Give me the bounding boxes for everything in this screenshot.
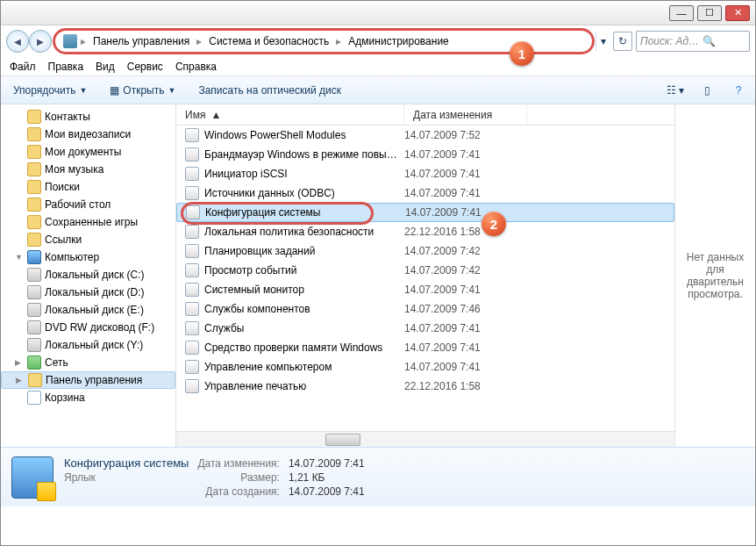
file-icon [185, 321, 199, 335]
file-row[interactable]: Инициатор iSCSI14.07.2009 7:41 [176, 164, 674, 183]
file-row[interactable]: Windows PowerShell Modules14.07.2009 7:5… [176, 126, 674, 145]
open-button[interactable]: ▦ Открыть ▼ [104, 82, 181, 99]
menu-view[interactable]: Вид [96, 61, 115, 73]
address-dropdown[interactable]: ▾ [596, 32, 610, 51]
help-button[interactable]: ? [729, 81, 748, 100]
file-name: Конфигурация системы [205, 206, 320, 219]
file-row[interactable]: Конфигурация системы14.07.2009 7:41 [176, 203, 674, 222]
file-row[interactable]: Источники данных (ODBC)14.07.2009 7:41 [176, 183, 674, 203]
column-name[interactable]: Имя ▲ [176, 104, 404, 125]
location-icon [63, 34, 77, 48]
details-icon [11, 456, 53, 499]
sidebar-item-label: Локальный диск (E:) [45, 304, 144, 316]
file-row[interactable]: Брандмауэр Windows в режиме повы…14.07.2… [176, 145, 674, 164]
sidebar-item[interactable]: Локальный диск (E:) [1, 301, 175, 319]
breadcrumb-sep: ▸ [334, 35, 343, 47]
details-type: Ярлык [64, 471, 189, 484]
file-date: 22.12.2016 1:58 [404, 380, 527, 392]
forward-button[interactable]: ► [29, 30, 52, 53]
sidebar-item[interactable]: Локальный диск (D:) [1, 284, 175, 301]
file-icon [185, 147, 199, 162]
file-row[interactable]: Просмотр событий14.07.2009 7:42 [176, 261, 674, 280]
view-mode-button[interactable]: ☷ ▾ [666, 81, 685, 100]
file-icon [185, 263, 199, 277]
folder-icon [27, 285, 41, 299]
back-button[interactable]: ◄ [6, 30, 29, 53]
folder-icon [27, 338, 41, 352]
file-row[interactable]: Системный монитор14.07.2009 7:41 [176, 280, 674, 299]
sidebar-item[interactable]: Локальный диск (Y:) [1, 336, 175, 354]
menu-file[interactable]: Файл [10, 61, 36, 73]
titlebar: — ☐ ✕ [1, 1, 755, 25]
close-button[interactable]: ✕ [725, 5, 750, 21]
file-icon [185, 244, 199, 258]
file-name: Управление компьютером [204, 361, 332, 373]
sort-asc-icon: ▲ [210, 109, 221, 121]
sidebar-item[interactable]: Контакты [1, 108, 175, 126]
file-date: 14.07.2009 7:41 [404, 361, 527, 373]
sidebar-item-label: Компьютер [45, 251, 99, 263]
sidebar-item[interactable]: Моя музыка [1, 161, 175, 178]
scrollbar-thumb[interactable] [325, 434, 360, 446]
menu-tools[interactable]: Сервис [127, 61, 163, 73]
file-name: Источники данных (ODBC) [204, 187, 335, 199]
expand-icon: ▼ [15, 253, 24, 262]
file-icon [185, 186, 199, 200]
chevron-down-icon: ▼ [168, 86, 175, 95]
sidebar-item[interactable]: Ссылки [1, 231, 175, 248]
sidebar-item-label: Локальный диск (Y:) [45, 339, 143, 351]
file-date: 14.07.2009 7:41 [404, 341, 527, 354]
sidebar-item[interactable]: Локальный диск (C:) [1, 266, 175, 284]
breadcrumb-root[interactable]: Панель управления [89, 35, 193, 47]
organize-button[interactable]: Упорядочить ▼ [8, 82, 92, 99]
sidebar-item[interactable]: DVD RW дисковод (F:) [1, 319, 175, 336]
sidebar-item[interactable]: Корзина [1, 389, 175, 406]
details-title: Конфигурация системы [64, 456, 189, 470]
preview-pane-button[interactable]: ▯ [697, 81, 717, 100]
file-name: Службы компонентов [204, 303, 310, 315]
sidebar-item[interactable]: Мои документы [1, 143, 175, 161]
file-icon [185, 128, 199, 142]
file-row[interactable]: Планировщик заданий14.07.2009 7:42 [176, 241, 674, 261]
menu-help[interactable]: Справка [175, 61, 217, 73]
file-name: Управление печатью [204, 380, 306, 392]
sidebar-item-label: DVD RW дисковод (F:) [45, 321, 154, 334]
menu-edit[interactable]: Правка [48, 61, 84, 73]
file-date: 14.07.2009 7:42 [404, 264, 527, 277]
maximize-button[interactable]: ☐ [697, 5, 722, 21]
column-header: Имя ▲ Дата изменения [176, 104, 674, 126]
file-row[interactable]: Локальная политика безопасности22.12.201… [176, 222, 674, 241]
sidebar: КонтактыМои видеозаписиМои документыМоя … [1, 104, 176, 447]
column-date[interactable]: Дата изменения [404, 104, 527, 125]
column-name-label: Имя [185, 109, 205, 121]
breadcrumb-leaf[interactable]: Администрирование [345, 35, 452, 47]
file-row[interactable]: Управление печатью22.12.2016 1:58 [176, 377, 674, 396]
sidebar-item[interactable]: Мои видеозаписи [1, 126, 175, 143]
file-name: Средство проверки памяти Windows [204, 341, 382, 354]
sidebar-item[interactable]: ▼Компьютер [1, 248, 175, 266]
refresh-button[interactable]: ↻ [613, 32, 632, 51]
details-mod-value: 14.07.2009 7:41 [289, 457, 365, 470]
file-name: Просмотр событий [204, 264, 296, 277]
sidebar-item[interactable]: ▶Сеть [1, 354, 175, 371]
breadcrumb-mid[interactable]: Система и безопасность [205, 35, 332, 47]
file-name: Локальная политика безопасности [204, 226, 374, 238]
search-input[interactable]: Поиск: Ад… 🔍 [636, 31, 750, 52]
horizontal-scrollbar[interactable] [176, 431, 674, 447]
file-row[interactable]: Управление компьютером14.07.2009 7:41 [176, 357, 674, 377]
minimize-button[interactable]: — [669, 5, 694, 21]
sidebar-item[interactable]: Поиски [1, 178, 175, 196]
file-row[interactable]: Службы компонентов14.07.2009 7:46 [176, 299, 674, 319]
sidebar-item[interactable]: Рабочий стол [1, 196, 175, 213]
file-icon [185, 360, 199, 374]
sidebar-item[interactable]: ▶Панель управления [1, 371, 175, 389]
file-row[interactable]: Средство проверки памяти Windows14.07.20… [176, 338, 674, 357]
file-pane: Имя ▲ Дата изменения Windows PowerShell … [176, 104, 674, 447]
sidebar-item[interactable]: Сохраненные игры [1, 213, 175, 231]
chevron-down-icon: ▼ [79, 86, 87, 95]
file-name: Планировщик заданий [204, 245, 315, 257]
file-date: 22.12.2016 1:58 [404, 226, 527, 238]
burn-button[interactable]: Записать на оптический диск [193, 82, 346, 99]
file-row[interactable]: Службы14.07.2009 7:41 [176, 319, 674, 338]
file-icon [185, 167, 199, 181]
